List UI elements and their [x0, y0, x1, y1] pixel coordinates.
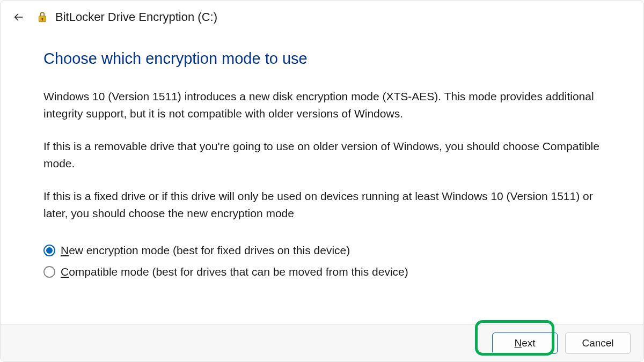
radio-label: New encryption mode (best for fixed driv…: [61, 244, 350, 257]
next-button[interactable]: Next: [492, 333, 558, 354]
radio-indicator-icon: [43, 245, 55, 256]
window-title: BitLocker Drive Encryption (C:): [55, 10, 217, 24]
encryption-mode-radio-group: New encryption mode (best for fixed driv…: [43, 244, 601, 278]
wizard-header: BitLocker Drive Encryption (C:): [1, 1, 643, 29]
radio-label: Compatible mode (best for drives that ca…: [61, 265, 408, 278]
bitlocker-wizard-window: BitLocker Drive Encryption (C:) Choose w…: [0, 0, 644, 362]
wizard-footer: Next Cancel: [1, 324, 643, 361]
info-paragraph-2: If this is a removable drive that you're…: [43, 138, 601, 172]
title-group: BitLocker Drive Encryption (C:): [36, 10, 217, 24]
radio-compatible-mode[interactable]: Compatible mode (best for drives that ca…: [43, 265, 601, 278]
radio-new-encryption-mode[interactable]: New encryption mode (best for fixed driv…: [43, 244, 601, 257]
info-paragraph-1: Windows 10 (Version 1511) introduces a n…: [43, 88, 601, 122]
wizard-content: Choose which encryption mode to use Wind…: [1, 29, 643, 324]
radio-indicator-icon: [43, 266, 55, 278]
bitlocker-key-icon: [36, 10, 50, 24]
cancel-button[interactable]: Cancel: [565, 333, 631, 354]
arrow-left-icon: [13, 11, 25, 23]
page-heading: Choose which encryption mode to use: [43, 50, 601, 68]
back-button[interactable]: [12, 11, 25, 24]
info-paragraph-3: If this is a fixed drive or if this driv…: [43, 188, 601, 221]
svg-rect-2: [42, 19, 43, 20]
